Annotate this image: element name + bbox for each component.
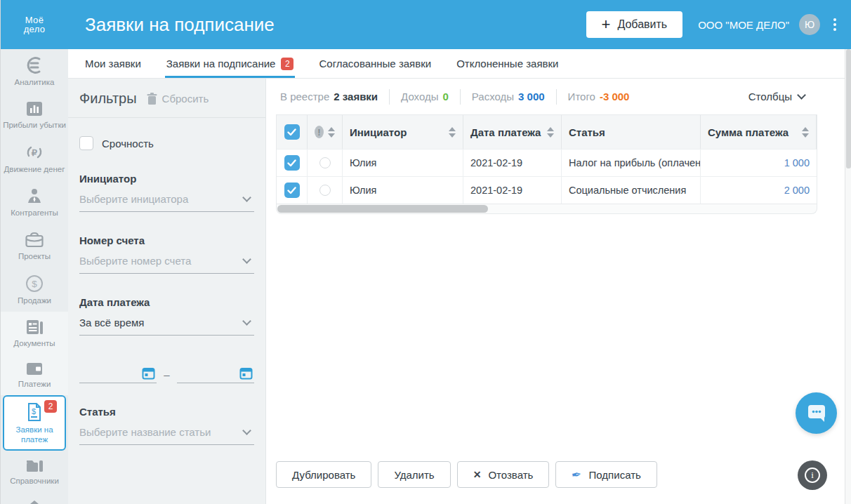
date-from-input[interactable] [79, 364, 157, 383]
urgency-icon: ! [315, 126, 324, 138]
columns-toggle[interactable]: Столбцы [748, 91, 807, 102]
requests-table: ! Инициатор Дата платежа Статья [276, 115, 817, 204]
logo-line2: дело [1, 25, 68, 34]
urgency-indicator [319, 185, 331, 196]
urgency-column-header[interactable]: ! [308, 115, 343, 149]
tab-signing-requests[interactable]: Заявки на подписание 2 [166, 49, 294, 78]
trash-icon [147, 93, 157, 105]
kebab-menu-icon[interactable] [826, 18, 844, 31]
initiator-cell: Юлия [343, 150, 463, 176]
table-header-row: ! Инициатор Дата платежа Статья [277, 115, 817, 149]
filters-title: Фильтры [79, 91, 137, 107]
sort-icon[interactable] [802, 127, 809, 138]
sidebar-item-payments[interactable]: Платежи [1, 354, 68, 395]
payment-date-select[interactable]: За всё время [79, 308, 254, 336]
sidebar-item-cash-flow[interactable]: ₽ Движение денег [1, 136, 68, 180]
profit-loss-icon [25, 100, 44, 117]
urgency-checkbox[interactable] [79, 136, 93, 150]
sidebar-item-profit-loss[interactable]: Прибыли убытки [1, 93, 68, 136]
urgency-label: Срочность [102, 138, 154, 150]
horizontal-scrollbar-thumb[interactable] [277, 205, 488, 213]
projects-icon [25, 231, 44, 248]
app-logo[interactable]: Моё дело [1, 15, 68, 34]
amount-column-header[interactable]: Сумма платежа [701, 115, 817, 149]
initiator-label: Инициатор [79, 173, 254, 185]
select-all-checkbox[interactable] [284, 124, 300, 140]
svg-text:$: $ [32, 279, 37, 289]
payment-date-column-header[interactable]: Дата платежа [463, 115, 562, 149]
sidebar-item-accounting[interactable]: Бухгалтерия [1, 492, 68, 504]
sidebar-item-documents[interactable]: Документы [1, 312, 68, 354]
app-header: Моё дело Заявки на подписание + Добавить… [1, 0, 851, 49]
add-button[interactable]: + Добавить [586, 11, 683, 38]
pen-icon: ✒ [571, 468, 582, 482]
registry-count: В реестре 2 заявки [276, 91, 389, 102]
amount-cell[interactable]: 2 000 [701, 177, 817, 204]
date-cell: 2021-02-19 [463, 177, 562, 204]
company-name[interactable]: ООО "МОЕ ДЕЛО" [698, 19, 789, 31]
info-icon: i [805, 467, 820, 483]
horizontal-scrollbar[interactable] [276, 204, 817, 214]
income-total: Доходы 0 [390, 91, 460, 102]
chat-button[interactable] [796, 392, 837, 434]
plus-icon: + [602, 17, 611, 32]
initiator-column-header[interactable]: Инициатор [343, 115, 463, 149]
article-cell: Налог на прибыль (оплачен день [562, 150, 701, 176]
add-button-label: Добавить [617, 18, 667, 31]
documents-icon [25, 319, 44, 336]
page-title: Заявки на подписание [85, 14, 586, 36]
table-row[interactable]: Юлия 2021-02-19 Социальные отчисления 2 … [277, 176, 817, 204]
row-checkbox[interactable] [284, 183, 300, 198]
accounting-icon [25, 499, 44, 504]
grand-total: Итого -3 000 [557, 91, 641, 102]
summary-bar: В реестре 2 заявки Доходы 0 Расходы 3 00… [276, 79, 817, 115]
payment-date-label: Дата платежа [79, 296, 254, 308]
chevron-down-icon [242, 426, 251, 435]
tab-rejected-requests[interactable]: Отклоненные заявки [456, 49, 558, 78]
delete-button[interactable]: Удалить [378, 461, 450, 488]
chevron-down-icon [797, 91, 806, 100]
chat-icon [806, 403, 827, 423]
svg-text:$: $ [32, 407, 36, 416]
article-column-header[interactable]: Статья [562, 115, 701, 149]
account-number-label: Номер счета [79, 234, 254, 246]
sidebar-item-contractors[interactable]: Контрагенты [1, 180, 68, 224]
sidebar-item-directories[interactable]: Справочники [1, 451, 68, 492]
sidebar-item-payment-requests[interactable]: 2 $ Заявки на платеж [3, 395, 66, 451]
sidebar-item-projects[interactable]: Проекты [1, 224, 68, 267]
date-to-input[interactable] [177, 364, 254, 383]
info-button[interactable]: i [798, 460, 827, 490]
sort-icon[interactable] [547, 127, 554, 138]
sidebar-item-sales[interactable]: $ Продажи [1, 267, 68, 312]
sort-icon[interactable] [328, 127, 335, 138]
close-icon: ✕ [473, 469, 482, 480]
reset-filters-button[interactable]: Сбросить [147, 93, 209, 105]
chevron-down-icon [242, 255, 251, 264]
article-select[interactable]: Выберите название статьи [79, 418, 254, 445]
analytics-icon [25, 56, 44, 74]
account-number-select[interactable]: Выберите номер счета [79, 246, 254, 274]
tab-approved-requests[interactable]: Согласованные заявки [319, 49, 431, 78]
sign-button[interactable]: ✒ Подписать [555, 461, 657, 488]
payment-requests-icon: $ [26, 402, 43, 422]
article-cell: Социальные отчисления [562, 177, 701, 204]
tabbar: Мои заявки Заявки на подписание 2 Соглас… [68, 49, 851, 79]
urgency-checkbox-row[interactable]: Срочность [79, 136, 254, 150]
avatar[interactable]: Ю [799, 14, 820, 35]
recall-button[interactable]: ✕ Отозвать [457, 461, 550, 488]
sidebar-item-analytics[interactable]: Аналитика [1, 49, 68, 93]
table-row[interactable]: Юлия 2021-02-19 Налог на прибыль (оплаче… [277, 149, 817, 176]
tab-my-requests[interactable]: Мои заявки [85, 49, 141, 78]
amount-cell[interactable]: 1 000 [701, 150, 817, 176]
chevron-down-icon [242, 317, 251, 326]
vertical-scrollbar[interactable] [845, 49, 851, 504]
vertical-scrollbar-thumb[interactable] [846, 49, 851, 168]
urgency-indicator [319, 157, 331, 168]
sort-icon[interactable] [449, 127, 456, 138]
article-label: Статья [79, 406, 254, 418]
directories-icon [25, 458, 44, 473]
initiator-select[interactable]: Выберите инициатора [79, 185, 254, 212]
calendar-icon [142, 366, 155, 380]
row-checkbox[interactable] [284, 155, 300, 171]
duplicate-button[interactable]: Дублировать [276, 461, 371, 488]
